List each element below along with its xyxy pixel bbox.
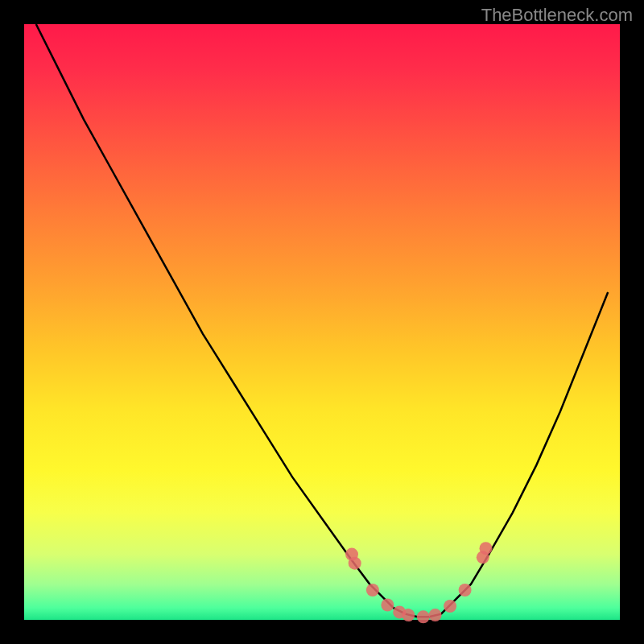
watermark-text: TheBottleneck.com (481, 5, 633, 26)
chart-marker (402, 609, 415, 621)
chart-marker (349, 557, 361, 570)
chart-marker (459, 584, 472, 597)
chart-marker (381, 599, 394, 612)
chart-marker (429, 609, 442, 621)
bottleneck-curve (36, 24, 608, 617)
chart-marker (444, 600, 456, 613)
chart-svg (24, 24, 620, 620)
chart-marker (480, 542, 493, 555)
chart-marker (417, 610, 430, 623)
plot-area (24, 24, 620, 620)
chart-marker (366, 584, 379, 597)
